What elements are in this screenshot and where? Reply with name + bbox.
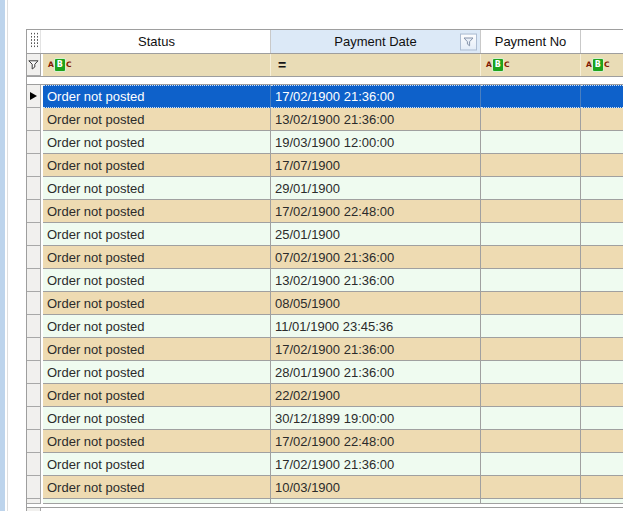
cell-payment-no[interactable] [481, 177, 581, 200]
cell-payment-date[interactable]: 11/01/1900 23:45:36 [271, 315, 481, 338]
table-row[interactable]: Order not posted17/02/1900 22:48:00 [27, 200, 623, 223]
table-row[interactable]: Order not posted07/02/1900 21:36:00 [27, 246, 623, 269]
filter-row-indicator[interactable] [27, 54, 41, 76]
cell-payment-date[interactable]: 28/01/1900 21:36:00 [271, 361, 481, 384]
cell-status[interactable]: Order not posted [43, 315, 271, 338]
cell-status[interactable]: Order not posted [43, 407, 271, 430]
cell-status[interactable]: Order not posted [43, 361, 271, 384]
cell-extra[interactable] [581, 131, 623, 154]
table-row[interactable]: Order not posted25/01/1900 [27, 223, 623, 246]
cell-status[interactable]: Order not posted [43, 269, 271, 292]
cell-extra[interactable] [581, 453, 623, 476]
cell-payment-date[interactable]: 17/02/1900 22:48:00 [271, 430, 481, 453]
cell-payment-date[interactable]: 08/05/1900 [271, 292, 481, 315]
table-row[interactable]: Order not posted17/07/1900 [27, 154, 623, 177]
table-row[interactable]: Order not posted22/02/1900 [27, 384, 623, 407]
cell-payment-date[interactable]: 17/02/1900 22:48:00 [271, 200, 481, 223]
cell-status[interactable]: Order not posted [43, 453, 271, 476]
cell-extra[interactable] [581, 407, 623, 430]
cell-extra[interactable] [581, 269, 623, 292]
filter-cell-payment-no[interactable]: ABC [481, 54, 581, 76]
filter-cell-payment-date[interactable]: = [271, 54, 481, 76]
cell-payment-no[interactable] [481, 407, 581, 430]
cell-extra[interactable] [581, 85, 623, 108]
cell-extra[interactable] [581, 154, 623, 177]
filter-cell-status[interactable]: ABC [43, 54, 271, 76]
table-row[interactable]: Order not posted17/02/1900 21:36:00 [27, 85, 623, 108]
cell-status[interactable]: Order not posted [43, 131, 271, 154]
cell-payment-date[interactable]: 17/07/1900 [271, 154, 481, 177]
cell-status[interactable]: Order not posted [43, 338, 271, 361]
cell-payment-no[interactable] [481, 246, 581, 269]
cell-status[interactable]: Order not posted [43, 200, 271, 223]
cell-payment-no[interactable] [481, 292, 581, 315]
cell-status[interactable]: Order not posted [43, 292, 271, 315]
cell-payment-date[interactable]: 29/01/1900 [271, 177, 481, 200]
cell-extra[interactable] [581, 476, 623, 499]
cell-status[interactable]: Order not posted [43, 384, 271, 407]
table-row[interactable]: Order not posted29/01/1900 [27, 177, 623, 200]
table-row[interactable]: Order not posted17/02/1900 21:36:00 [27, 338, 623, 361]
grid-corner-cell[interactable] [27, 30, 41, 53]
table-row[interactable]: Order not posted17/02/1900 22:48:00 [27, 430, 623, 453]
cell-payment-date[interactable]: 25/01/1900 [271, 223, 481, 246]
cell-status[interactable]: Order not posted [43, 85, 271, 108]
table-row[interactable]: Order not posted17/02/1900 21:36:00 [27, 453, 623, 476]
cell-status[interactable]: Order not posted [43, 154, 271, 177]
cell-extra[interactable] [581, 430, 623, 453]
cell-payment-date[interactable]: 19/03/1900 12:00:00 [271, 131, 481, 154]
cell-extra[interactable] [581, 200, 623, 223]
cell-payment-no[interactable] [481, 223, 581, 246]
cell-payment-no[interactable] [481, 384, 581, 407]
cell-payment-date[interactable]: 07/02/1900 21:36:00 [271, 246, 481, 269]
cell-extra[interactable] [581, 361, 623, 384]
cell-status[interactable]: Order not posted [43, 476, 271, 499]
cell-status[interactable]: Order not posted [43, 108, 271, 131]
table-row[interactable]: Order not posted10/03/1900 [27, 476, 623, 499]
cell-payment-date[interactable]: 17/02/1900 21:36:00 [271, 338, 481, 361]
cell-payment-date[interactable]: 22/02/1900 [271, 384, 481, 407]
cell-payment-no[interactable] [481, 108, 581, 131]
cell-payment-date[interactable]: 13/02/1900 21:36:00 [271, 269, 481, 292]
cell-payment-no[interactable] [481, 269, 581, 292]
table-row[interactable]: Order not posted08/05/1900 [27, 292, 623, 315]
cell-payment-no[interactable] [481, 85, 581, 108]
cell-status[interactable]: Order not posted [43, 246, 271, 269]
cell-payment-no[interactable] [481, 430, 581, 453]
cell-payment-no[interactable] [481, 315, 581, 338]
cell-extra[interactable] [581, 108, 623, 131]
cell-payment-date[interactable]: 17/02/1900 21:36:00 [271, 453, 481, 476]
cell-payment-no[interactable] [481, 476, 581, 499]
table-row[interactable]: Order not posted19/03/1900 12:00:00 [27, 131, 623, 154]
cell-payment-date[interactable]: 30/12/1899 19:00:00 [271, 407, 481, 430]
cell-status[interactable]: Order not posted [43, 177, 271, 200]
table-row[interactable]: Order not posted28/01/1900 21:36:00 [27, 361, 623, 384]
cell-payment-date[interactable]: 17/02/1900 21:36:00 [271, 85, 481, 108]
cell-extra[interactable] [581, 246, 623, 269]
column-header-status[interactable]: Status [43, 30, 271, 53]
cell-payment-no[interactable] [481, 200, 581, 223]
cell-payment-no[interactable] [481, 361, 581, 384]
cell-payment-no[interactable] [481, 338, 581, 361]
table-row[interactable]: Order not posted30/12/1899 19:00:00 [27, 407, 623, 430]
cell-payment-no[interactable] [481, 154, 581, 177]
column-header-payment-date[interactable]: Payment Date [271, 30, 481, 53]
filter-button[interactable] [460, 33, 477, 50]
cell-extra[interactable] [581, 177, 623, 200]
table-row[interactable]: Order not posted11/01/1900 23:45:36 [27, 315, 623, 338]
filter-cell-extra[interactable]: ABC [581, 54, 623, 76]
table-row[interactable]: Order not posted13/02/1900 21:36:00 [27, 269, 623, 292]
table-row[interactable]: Order not posted13/02/1900 21:36:00 [27, 108, 623, 131]
cell-extra[interactable] [581, 223, 623, 246]
cell-payment-no[interactable] [481, 453, 581, 476]
cell-extra[interactable] [581, 384, 623, 407]
cell-status[interactable]: Order not posted [43, 430, 271, 453]
cell-extra[interactable] [581, 338, 623, 361]
cell-extra[interactable] [581, 315, 623, 338]
cell-status[interactable]: Order not posted [43, 223, 271, 246]
cell-extra[interactable] [581, 292, 623, 315]
column-header-extra[interactable] [581, 30, 623, 53]
cell-payment-date[interactable]: 10/03/1900 [271, 476, 481, 499]
cell-payment-no[interactable] [481, 131, 581, 154]
column-header-payment-no[interactable]: Payment No [481, 30, 581, 53]
